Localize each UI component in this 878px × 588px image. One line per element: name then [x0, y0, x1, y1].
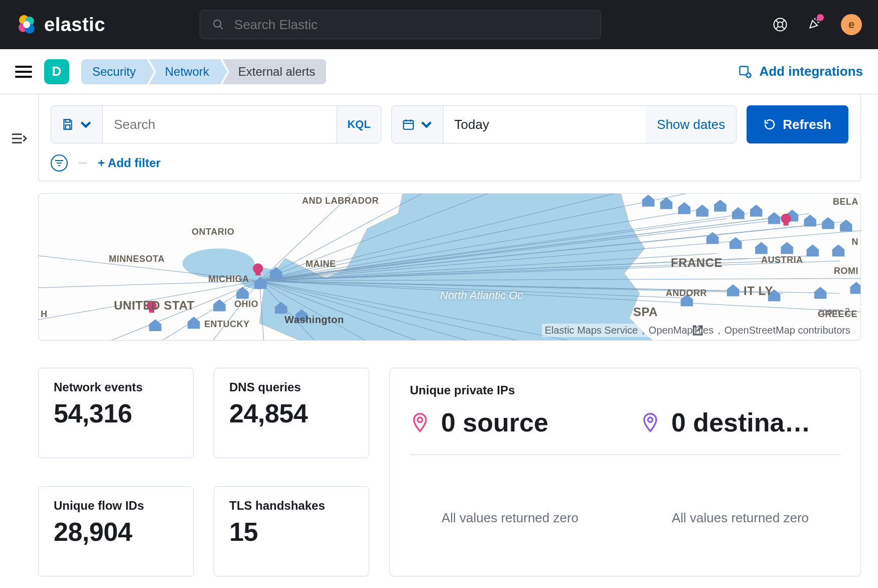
map-label: MICHIGA	[208, 274, 249, 284]
saved-query-button[interactable]	[51, 106, 102, 143]
kql-search-input[interactable]	[102, 106, 337, 143]
filter-icon	[55, 159, 64, 168]
map-label: ONTARIO	[192, 227, 234, 237]
global-search[interactable]	[200, 10, 601, 39]
map-label: SPA	[633, 305, 658, 319]
source-pin-icon	[410, 412, 430, 432]
svg-point-77	[648, 417, 652, 422]
stat-label: Unique private IPs	[410, 383, 840, 397]
network-map[interactable]: AND LABRADOR ONTARIO MINNESOTA MICHIGA M…	[38, 193, 861, 341]
save-icon	[61, 118, 74, 131]
show-dates-link[interactable]: Show dates	[646, 117, 736, 132]
search-icon	[212, 19, 224, 31]
map-attribution: Elastic Maps Service , OpenMapTiles , Op…	[542, 324, 853, 337]
destination-ip-value: 0 destina…	[671, 407, 810, 437]
map-label: AND LABRADOR	[302, 196, 379, 206]
svg-line-12	[782, 27, 785, 29]
map-label: ROMI	[834, 266, 858, 276]
stat-value: 28,904	[54, 517, 178, 547]
filter-options-button[interactable]	[51, 155, 68, 172]
elastic-logo-icon	[16, 14, 37, 35]
svg-point-5	[214, 20, 221, 27]
svg-line-9	[776, 20, 778, 23]
logo[interactable]: elastic	[16, 14, 105, 36]
zero-note-source: All values returned zero	[410, 510, 610, 526]
breadcrumb-network[interactable]: Network	[149, 59, 220, 84]
stat-label: Network events	[54, 380, 178, 394]
calendar-icon	[402, 118, 415, 131]
svg-rect-22	[66, 125, 70, 129]
query-bar: KQL Today Show dates	[38, 94, 861, 181]
breadcrumb-bar: D Security Network External alerts Add i…	[0, 49, 878, 94]
add-integrations-icon	[738, 65, 752, 79]
svg-rect-23	[403, 120, 413, 129]
svg-point-8	[778, 22, 783, 27]
stat-unique-flow-ids: Unique flow IDs 28,904	[38, 486, 194, 576]
date-quick-select[interactable]	[392, 106, 443, 143]
breadcrumbs: Security Network External alerts	[81, 59, 326, 84]
zero-note-destination: All values returned zero	[640, 510, 840, 526]
search-box: KQL	[51, 105, 381, 143]
add-filter-button[interactable]: + Add filter	[98, 156, 161, 170]
stat-value: 24,854	[229, 398, 354, 428]
global-header: elastic e	[0, 0, 878, 49]
add-integrations-label: Add integrations	[759, 64, 863, 79]
refresh-label: Refresh	[783, 117, 831, 132]
map-label: BELA	[833, 197, 858, 207]
date-range-display[interactable]: Today	[443, 106, 646, 143]
svg-point-76	[417, 417, 422, 422]
stat-network-events: Network events 54,316	[38, 368, 194, 458]
stat-label: TLS handshakes	[229, 499, 354, 513]
map-label: Washington	[284, 314, 344, 326]
refresh-button[interactable]: Refresh	[747, 105, 848, 143]
svg-line-66	[259, 281, 450, 340]
map-label: IT LY	[744, 284, 773, 298]
map-label: H	[41, 309, 48, 320]
map-label: OHIO	[234, 299, 258, 310]
map-svg	[39, 194, 860, 340]
breadcrumb-security[interactable]: Security	[81, 59, 147, 84]
timeline-rail	[0, 94, 38, 588]
stat-value: 54,316	[54, 398, 178, 428]
map-label: ENTUCKY	[204, 319, 250, 330]
space-selector[interactable]: D	[44, 59, 69, 84]
help-icon[interactable]	[773, 17, 788, 32]
stat-label: Unique flow IDs	[54, 499, 178, 513]
destination-pin-icon	[640, 412, 660, 432]
user-avatar[interactable]: e	[841, 14, 862, 35]
map-ocean-label: North Atlantic Oc	[440, 289, 523, 302]
svg-rect-71	[255, 268, 260, 275]
map-label: MAINE	[306, 259, 336, 269]
map-label: N	[852, 237, 859, 247]
notification-dot	[817, 14, 824, 21]
map-label: UNITED STAT	[114, 299, 195, 312]
breadcrumb-external-alerts: External alerts	[222, 59, 326, 84]
date-picker: Today Show dates	[391, 105, 737, 143]
svg-line-11	[776, 27, 778, 29]
expand-rail-icon[interactable]	[11, 131, 28, 145]
map-label: FRANCE	[671, 256, 722, 270]
svg-rect-21	[66, 119, 70, 122]
global-search-input[interactable]	[233, 17, 589, 33]
refresh-icon	[764, 118, 776, 130]
svg-line-6	[220, 26, 223, 29]
stat-tls-handshakes: TLS handshakes 15	[214, 486, 369, 576]
map-zoom-label: zoom: 2.	[818, 307, 852, 317]
external-link-icon	[542, 324, 853, 337]
svg-point-4	[23, 21, 30, 28]
kql-toggle[interactable]: KQL	[337, 106, 380, 143]
add-integrations-link[interactable]: Add integrations	[738, 64, 863, 79]
stats-grid: Network events 54,316 DNS queries 24,854…	[38, 368, 861, 576]
svg-line-10	[782, 20, 785, 23]
stat-dns-queries: DNS queries 24,854	[214, 368, 369, 458]
map-label: ANDORR	[666, 288, 707, 299]
chevron-down-icon	[79, 118, 92, 131]
filter-divider	[79, 163, 87, 164]
logo-text: elastic	[44, 14, 105, 36]
news-feed-button[interactable]	[807, 16, 822, 33]
map-label: AUSTRIA	[761, 255, 803, 265]
nav-toggle-button[interactable]	[15, 66, 32, 78]
stat-value: 15	[229, 517, 354, 547]
stat-label: DNS queries	[229, 380, 354, 394]
chevron-down-icon	[420, 118, 433, 131]
